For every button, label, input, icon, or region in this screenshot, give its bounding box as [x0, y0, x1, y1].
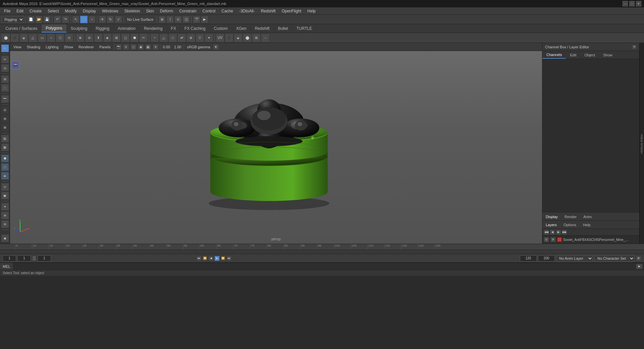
tab-turtle[interactable]: TURTLE [292, 25, 316, 32]
tab-redshift[interactable]: Redshift [251, 25, 274, 32]
tab-sculpting[interactable]: Sculpting [67, 25, 92, 32]
lt-tab-render[interactable]: Render [561, 213, 580, 220]
move-button[interactable]: ✛ [99, 16, 106, 23]
menu-select[interactable]: Select [45, 8, 61, 14]
shelf-bridge[interactable]: ⊞ [112, 34, 121, 42]
left-btn-l[interactable]: ⊗ [1, 211, 9, 219]
lt-tab-anim[interactable]: Anim [580, 213, 595, 220]
frame-field[interactable] [38, 255, 51, 261]
go-start-button[interactable]: ⏮ [196, 256, 202, 261]
shelf-cleanup[interactable]: ✦ [205, 34, 213, 42]
preferences-button[interactable]: ⚙ [636, 256, 641, 261]
menu-skeleton[interactable]: Skeleton [122, 8, 143, 14]
vp-menu-panels[interactable]: Panels [97, 44, 113, 50]
menu-3dtoall[interactable]: -3DtoAll- [236, 8, 258, 14]
select-tool-left[interactable]: ↖ [1, 44, 9, 52]
menu-constrain[interactable]: Constrain [176, 8, 199, 14]
left-btn-i[interactable]: ⊙ [1, 183, 9, 191]
snap-point-button[interactable]: ⊙ [174, 16, 182, 23]
left-btn-bottom[interactable]: ◉ [1, 234, 9, 242]
show-manip[interactable]: ⊞ [1, 75, 9, 83]
rotate-button[interactable]: ↻ [107, 16, 114, 23]
rp-tab-show[interactable]: Show [599, 52, 616, 58]
snap-curve-button[interactable]: ⌇ [166, 16, 174, 23]
vp-smooth-btn[interactable]: ◉ [138, 44, 144, 50]
left-btn-d[interactable]: ▤ [1, 135, 9, 143]
redo-button[interactable]: ↷ [62, 16, 69, 23]
vp-menu-shading[interactable]: Shading [25, 44, 42, 50]
lt-tab-display[interactable]: Display [542, 213, 561, 220]
layer-nav-prev[interactable]: ◀ [550, 230, 555, 235]
layer-playback[interactable]: P [550, 237, 556, 242]
rp-tab-object[interactable]: Object [580, 52, 599, 58]
step-back-button[interactable]: ⏪ [202, 256, 208, 261]
vp-light-btn[interactable]: ☀ [153, 44, 159, 50]
layer-nav-end[interactable]: ▶▶ [562, 230, 567, 235]
open-scene-button[interactable]: 📂 [35, 16, 43, 23]
shelf-automatic-map[interactable]: ⊞ [252, 34, 261, 42]
vp-menu-lighting[interactable]: Lighting [44, 44, 61, 50]
left-btn-m[interactable]: ⊕ [1, 220, 9, 228]
shelf-combine[interactable]: ⊕ [76, 34, 85, 42]
shelf-prism[interactable]: ⬡ [56, 34, 64, 42]
tab-custom[interactable]: Custom [210, 25, 232, 32]
shelf-quadrangulate[interactable]: □ [168, 34, 177, 42]
menu-windows[interactable]: Windows [99, 8, 121, 14]
tab-bullet[interactable]: Bullet [274, 25, 292, 32]
select-tool-button[interactable]: ↖ [72, 16, 79, 23]
left-btn-b[interactable]: ⊞ [1, 115, 9, 123]
shelf-separate[interactable]: ⊖ [85, 34, 94, 42]
menu-file[interactable]: File [1, 8, 13, 14]
shelf-cube[interactable]: ⬛ [10, 34, 19, 42]
layer-nav-start[interactable]: ◀◀ [544, 230, 549, 235]
shelf-planar-map[interactable]: ⬛ [225, 34, 233, 42]
cmd-input-field[interactable] [13, 263, 636, 270]
vp-wireframe-btn[interactable]: ⬡ [130, 44, 137, 50]
tab-fx-caching[interactable]: FX Caching [180, 25, 210, 32]
rp-tab-channels[interactable]: Channels [542, 51, 566, 59]
vp-texture-btn[interactable]: ▦ [145, 44, 151, 50]
shelf-smooth[interactable]: ~ [150, 34, 159, 42]
left-btn-g[interactable]: ⬡ [1, 163, 9, 171]
shelf-merge[interactable]: ⬟ [130, 34, 139, 42]
ct-tab-layers[interactable]: Layers [542, 221, 560, 228]
vp-menu-show[interactable]: Show [62, 44, 75, 50]
shelf-torus[interactable]: ○ [47, 34, 55, 42]
shelf-extrude[interactable]: ⬆ [94, 34, 103, 42]
tab-xgen[interactable]: XGen [232, 25, 251, 32]
shelf-sphere[interactable]: ⬤ [1, 34, 10, 42]
scale-button[interactable]: ⤢ [115, 16, 122, 23]
current-frame-input[interactable] [3, 255, 16, 261]
attr-editor-label[interactable]: Attribute Editor [639, 133, 644, 155]
menu-modify[interactable]: Modify [62, 8, 79, 14]
menu-display[interactable]: Display [80, 8, 99, 14]
shelf-mirror[interactable]: ⇌ [177, 34, 186, 42]
mode-select[interactable]: Rigging [1, 16, 24, 23]
menu-cache[interactable]: Cache [219, 8, 236, 14]
layer-item[interactable]: V P Soviet_AntiFBXASC045Personnel_Mine_G… [542, 236, 639, 243]
left-btn-h[interactable]: ◈ [1, 172, 9, 180]
left-btn-f[interactable]: ⬟ [1, 154, 9, 162]
save-scene-button[interactable]: 💾 [43, 16, 51, 23]
vp-cam-btn[interactable]: 📷 [116, 44, 122, 50]
shelf-bevel[interactable]: ◈ [103, 34, 112, 42]
maximize-button[interactable]: □ [629, 1, 635, 6]
tab-rigging[interactable]: Rigging [92, 25, 114, 32]
snap-grid-button[interactable]: ⊞ [158, 16, 166, 23]
play-forward-button[interactable]: ▶ [214, 256, 220, 261]
lasso-button[interactable]: ○ [88, 16, 96, 23]
viewport-camera-icon[interactable]: 📷 [11, 61, 19, 69]
layer-color-swatch[interactable] [557, 237, 562, 242]
select-highlight-button[interactable]: ⬚ [80, 16, 88, 23]
layer-visibility[interactable]: V [544, 237, 549, 242]
panel-close-btn[interactable]: ✕ [632, 45, 637, 49]
ipr-button[interactable]: ▶ [201, 16, 208, 23]
left-btn-j[interactable]: ▣ [1, 192, 9, 200]
shelf-pipe[interactable]: ⊙ [65, 34, 73, 42]
shelf-cylindrical-map[interactable]: ⬙ [234, 34, 243, 42]
shelf-reduce[interactable]: ▽ [196, 34, 204, 42]
shelf-triangulate[interactable]: △ [159, 34, 168, 42]
tab-animation[interactable]: Animation [114, 25, 140, 32]
tab-rendering[interactable]: Rendering [140, 25, 167, 32]
shelf-uv-editor[interactable]: UV [216, 34, 224, 42]
